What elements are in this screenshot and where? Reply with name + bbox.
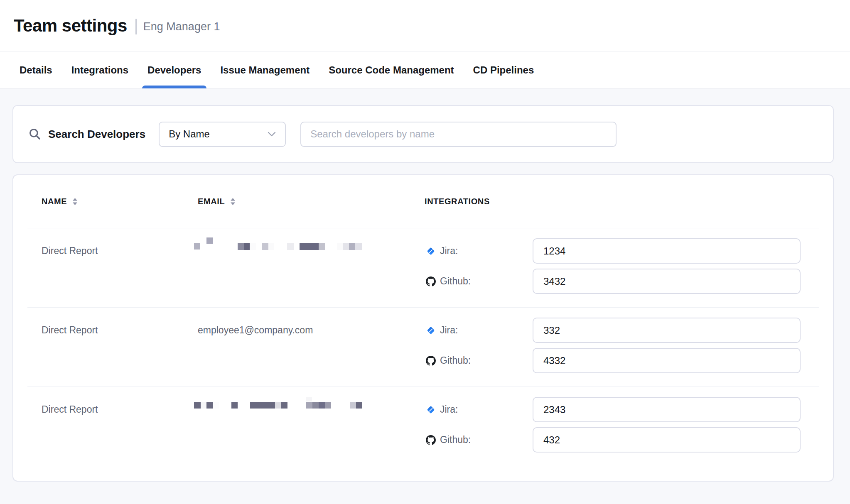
table-row: Direct Report Jira: — [27, 387, 819, 466]
jira-icon — [426, 405, 436, 415]
team-name-label: Eng Manager 1 — [143, 20, 220, 33]
search-filter-dropdown[interactable]: By Name — [159, 122, 286, 147]
jira-id-input[interactable] — [533, 397, 801, 422]
tab-developers[interactable]: Developers — [147, 52, 201, 88]
redacted-email — [194, 397, 368, 412]
tab-issue-management[interactable]: Issue Management — [220, 52, 310, 88]
developer-name: Direct Report — [27, 318, 198, 343]
developer-email: employee1@company.com — [198, 325, 313, 336]
jira-icon — [426, 325, 436, 335]
developers-table-card: NAME EMAIL INTEGRATIONS Direct Report — [12, 174, 834, 482]
search-filter-value: By Name — [169, 128, 210, 140]
table-header-row: NAME EMAIL INTEGRATIONS — [27, 175, 819, 228]
github-label: Github: — [440, 434, 471, 445]
github-icon — [426, 435, 436, 445]
jira-label: Jira: — [440, 404, 458, 415]
title-divider — [135, 19, 137, 34]
github-label: Github: — [440, 276, 471, 287]
jira-id-input[interactable] — [533, 238, 801, 264]
redacted-email — [194, 238, 368, 253]
column-header-name[interactable]: NAME — [27, 197, 198, 206]
tab-bar: Details Integrations Developers Issue Ma… — [0, 51, 850, 88]
team-settings-page: Team settings Eng Manager 1 Details Inte… — [0, 0, 850, 504]
sort-icon[interactable] — [72, 198, 78, 205]
tab-details[interactable]: Details — [20, 52, 52, 88]
jira-label: Jira: — [440, 245, 458, 257]
jira-icon — [426, 246, 436, 256]
page-content: Search Developers By Name NAME EMAIL — [0, 88, 850, 482]
chevron-down-icon — [268, 132, 276, 137]
github-icon — [426, 276, 436, 286]
column-header-email[interactable]: EMAIL — [198, 197, 425, 206]
github-id-input[interactable] — [533, 348, 801, 373]
tab-source-code-management[interactable]: Source Code Management — [329, 52, 454, 88]
github-id-input[interactable] — [533, 269, 801, 294]
sort-icon[interactable] — [230, 198, 236, 205]
tab-cd-pipelines[interactable]: CD Pipelines — [473, 52, 534, 88]
jira-label: Jira: — [440, 325, 458, 336]
developer-name: Direct Report — [27, 397, 198, 422]
search-input[interactable] — [300, 122, 617, 147]
github-label: Github: — [440, 355, 471, 366]
table-row: Direct Report Jira: — [27, 228, 819, 308]
table-row: Direct Report employee1@company.com Jira… — [27, 308, 819, 387]
developer-name: Direct Report — [27, 238, 198, 264]
search-developers-label: Search Developers — [48, 128, 145, 141]
page-title: Team settings — [14, 16, 127, 36]
search-card: Search Developers By Name — [12, 105, 834, 163]
github-id-input[interactable] — [533, 427, 801, 453]
jira-id-input[interactable] — [533, 318, 801, 343]
page-header: Team settings Eng Manager 1 — [0, 0, 850, 51]
column-header-integrations: INTEGRATIONS — [425, 197, 819, 206]
github-icon — [426, 356, 436, 366]
tab-integrations[interactable]: Integrations — [71, 52, 128, 88]
search-icon — [28, 127, 42, 141]
